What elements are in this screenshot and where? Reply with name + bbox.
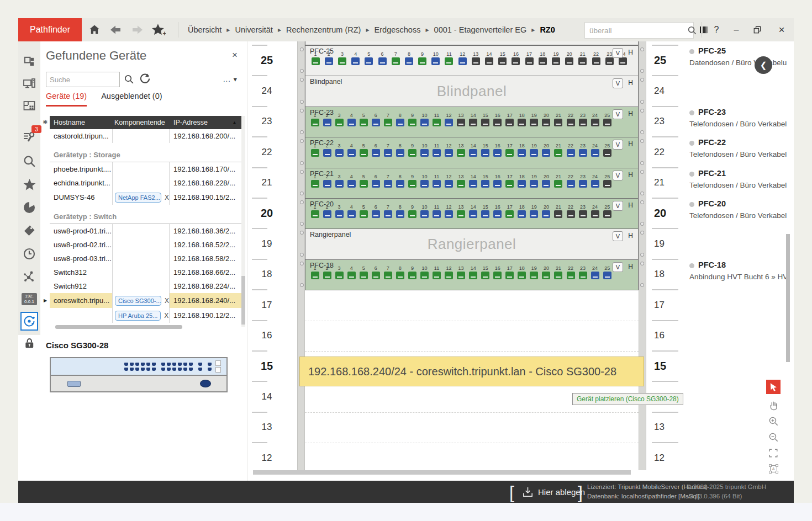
breadcrumb-item[interactable]: Rechenzentrum (RZ) xyxy=(286,25,361,34)
port-slot[interactable]: 13 xyxy=(469,51,482,65)
port-icon[interactable] xyxy=(619,57,627,65)
port-icon[interactable] xyxy=(542,272,550,279)
tasks-wrench-icon[interactable]: 3 xyxy=(20,128,38,146)
port-icon[interactable] xyxy=(505,272,514,279)
port-icon[interactable] xyxy=(372,149,380,157)
port-slot[interactable]: 12 xyxy=(443,265,455,279)
table-row[interactable]: usw8-prod-01.tri...192.168.168.36/2... xyxy=(50,224,241,238)
component-cell[interactable]: HP Aruba 25...X xyxy=(112,308,170,323)
component-chip[interactable]: HP Aruba 25... xyxy=(115,311,161,321)
port-slot[interactable]: 17 xyxy=(504,265,516,279)
port-icon[interactable] xyxy=(445,272,453,279)
ip-cell[interactable]: 192.168.168.200/... xyxy=(170,129,241,143)
port-slot[interactable]: 8 xyxy=(402,51,415,65)
port-icon[interactable] xyxy=(567,210,575,218)
port-icon[interactable] xyxy=(603,119,611,126)
port-icon[interactable] xyxy=(605,57,614,65)
port-icon[interactable] xyxy=(392,57,400,65)
port-slot[interactable]: 23 xyxy=(577,113,589,126)
port-icon[interactable] xyxy=(420,149,429,157)
annotation-title[interactable]: PFC-20 xyxy=(689,199,726,208)
annotation-title[interactable]: PFC-21 xyxy=(689,169,726,178)
port-icon[interactable] xyxy=(457,180,465,188)
port-slot[interactable]: 23 xyxy=(577,204,589,218)
port-slot[interactable]: 17 xyxy=(504,204,516,218)
port-icon[interactable] xyxy=(603,180,611,188)
breadcrumb-item[interactable]: Universität xyxy=(235,25,273,34)
fit-screen-icon[interactable] xyxy=(766,446,781,460)
port-slot[interactable]: 12 xyxy=(443,174,455,188)
port-icon[interactable] xyxy=(485,57,493,65)
component-cell[interactable]: NetApp FAS2...X xyxy=(112,190,170,205)
port-slot[interactable]: 24 xyxy=(589,113,601,126)
lock-icon[interactable] xyxy=(20,334,38,352)
component-cell[interactable] xyxy=(112,252,170,265)
port-icon[interactable] xyxy=(372,180,380,188)
hostname-cell[interactable]: usw8-prod-01.tri... xyxy=(50,224,112,238)
port-icon[interactable] xyxy=(433,149,441,157)
component-cell[interactable] xyxy=(112,162,170,176)
port-slot[interactable]: 20 xyxy=(540,174,552,188)
port-slot[interactable]: 19 xyxy=(528,204,540,218)
search-icon[interactable] xyxy=(687,25,697,35)
port-icon[interactable] xyxy=(493,272,502,279)
port-slot[interactable]: 12 xyxy=(456,51,469,65)
port-icon[interactable] xyxy=(384,149,392,157)
port-icon[interactable] xyxy=(433,180,441,188)
global-search[interactable] xyxy=(584,22,694,39)
panel-v-button[interactable]: V xyxy=(613,201,623,211)
search-tool-icon[interactable] xyxy=(20,152,38,170)
port-icon[interactable] xyxy=(384,272,392,279)
tab-inactive[interactable]: Ausgeblendet (0) xyxy=(101,92,162,107)
port-icon[interactable] xyxy=(505,210,514,218)
port-slot[interactable]: 8 xyxy=(394,143,406,157)
port-slot[interactable]: 9 xyxy=(406,143,418,157)
port-icon[interactable] xyxy=(457,272,465,279)
port-slot[interactable]: 24 xyxy=(589,265,601,279)
port-slot[interactable]: 3 xyxy=(333,143,345,157)
port-icon[interactable] xyxy=(579,272,587,279)
table-row[interactable]: coreswitch.tripu...Cisco SG300-...X192.1… xyxy=(50,293,241,308)
port-icon[interactable] xyxy=(518,272,526,279)
close-button[interactable]: × xyxy=(773,23,790,37)
port-slot[interactable]: 9 xyxy=(406,174,418,188)
port-slot[interactable]: 21 xyxy=(552,204,565,218)
port-slot[interactable]: 16 xyxy=(492,174,504,188)
port-icon[interactable] xyxy=(579,119,587,126)
port-icon[interactable] xyxy=(481,272,489,279)
port-slot[interactable]: 11 xyxy=(430,204,442,218)
panel-h-label[interactable]: H xyxy=(628,140,633,148)
ip-cell[interactable]: 192.168.168.36/2... xyxy=(170,224,241,238)
select-tool-icon[interactable] xyxy=(766,380,781,394)
port-slot[interactable]: 17 xyxy=(504,174,516,188)
port-icon[interactable] xyxy=(518,149,526,157)
port-icon[interactable] xyxy=(493,210,502,218)
tag-icon[interactable] xyxy=(20,222,38,240)
port-slot[interactable]: 10 xyxy=(418,174,430,188)
port-icon[interactable] xyxy=(396,149,404,157)
port-icon[interactable] xyxy=(396,180,404,188)
ip-cell[interactable]: 192.168.190.12/2... xyxy=(170,308,241,323)
zoom-in-icon[interactable] xyxy=(766,414,781,428)
panel-v-button[interactable]: V xyxy=(613,109,623,119)
port-icon[interactable] xyxy=(591,272,599,279)
port-icon[interactable] xyxy=(384,180,392,188)
port-slot[interactable]: 20 xyxy=(540,265,552,279)
floorplan-icon[interactable] xyxy=(20,97,38,115)
port-icon[interactable] xyxy=(445,210,453,218)
rack-panel-rangierpanel[interactable]: RangierpanelRangierpanelVH xyxy=(305,228,639,259)
port-icon[interactable] xyxy=(554,119,562,126)
minimize-button[interactable]: – xyxy=(728,23,745,37)
port-icon[interactable] xyxy=(408,149,416,157)
port-icon[interactable] xyxy=(445,149,453,157)
port-icon[interactable] xyxy=(542,119,550,126)
port-slot[interactable]: 8 xyxy=(394,113,406,126)
hostname-cell[interactable]: Switch912 xyxy=(50,279,112,293)
port-icon[interactable] xyxy=(469,180,477,188)
ip-cell[interactable]: 192.168.168.228/... xyxy=(170,176,241,190)
port-slot[interactable]: 14 xyxy=(467,113,479,126)
port-icon[interactable] xyxy=(433,210,441,218)
port-slot[interactable]: 18 xyxy=(536,51,549,65)
panel-v-button[interactable]: V xyxy=(613,78,623,88)
port-slot[interactable]: 10 xyxy=(418,204,430,218)
